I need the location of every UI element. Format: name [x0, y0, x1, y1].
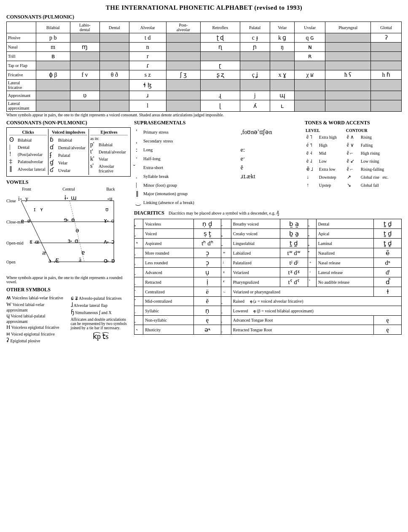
- other-sym-item: ɥ Voiced labial-palatal approximant: [6, 312, 67, 324]
- other-sym-item: W Voiced labial-velar approximant: [6, 301, 67, 312]
- tone-contour-sym: ↗: [346, 174, 359, 181]
- vowel-turned-a: ɐ: [81, 250, 85, 256]
- diac-sym: ˤ: [221, 277, 231, 287]
- vowel-schwa: ə: [75, 227, 79, 234]
- vowel-dot7: •: [31, 240, 32, 245]
- suprasegmentals-box: SUPRASEGMENTALS ˈ Primary stress ˌfoʊnəˈ…: [134, 120, 301, 207]
- supraseg-title: SUPRASEGMENTALS: [134, 120, 301, 126]
- cell: ɰ: [270, 91, 295, 100]
- diac-label: More rounded: [143, 248, 193, 258]
- tone-contour-label: Low rising: [360, 158, 401, 165]
- other-sym-item2: ɕ ʑ Alveolo-palatal fricatives: [71, 295, 131, 301]
- diac-sym: ʲ: [221, 258, 231, 268]
- other-ipa: H: [6, 324, 10, 330]
- vowel-oe2: œ: [35, 239, 39, 245]
- supraseg-row: ˑ Half-long eˑ: [135, 155, 301, 163]
- other-sym-item2: ɺ Alveolar lateral flap: [71, 302, 131, 309]
- cell-shaded: [325, 91, 371, 100]
- click-item: ! (Post)alveolar: [9, 151, 47, 158]
- vowel-dot3: •: [107, 197, 109, 202]
- diac-ipa: ę: [374, 316, 402, 325]
- diac-ipa: ɔ̜: [193, 258, 221, 268]
- supraseg-sym: ˈ: [135, 128, 142, 136]
- diac-label: Aspirated: [143, 239, 193, 248]
- tone-level-label: Downstep: [318, 174, 345, 181]
- diac-label: Laminal: [316, 239, 374, 248]
- other-ipa: ɥ: [6, 312, 10, 319]
- diac-row: ʰ Aspirated tʰ dʰ ̼ Linguolabial t̼ d̼ ̻…: [134, 239, 402, 248]
- tones-row: ē ˧ Mid ě ⌐ High rising: [306, 150, 401, 157]
- cell-shaded: [166, 100, 201, 112]
- cell: s z: [129, 70, 166, 80]
- tones-row: ê ˥ Extra high ě ∧ Rising: [306, 134, 401, 141]
- cell: θ ð: [99, 70, 129, 80]
- other-sym-item2: ɧ Simultaneous ʃ and X: [71, 309, 131, 316]
- cell-shaded: [36, 61, 70, 70]
- implosive-ipa: ɗ: [50, 144, 56, 151]
- diac-ipa: t̻ d̻: [374, 239, 402, 248]
- vowel-turned-script-a: ɒ: [111, 258, 115, 264]
- cell: ɱ: [70, 43, 99, 52]
- supraseg-sym: ˌ: [135, 137, 142, 145]
- ejective-ipa: p': [90, 141, 97, 148]
- cell-shaded: [166, 61, 201, 70]
- diacritics-title: DIACRITICS: [134, 210, 164, 216]
- tone-level-sym: ↑: [306, 182, 317, 189]
- click-ipa: ʘ: [9, 136, 16, 143]
- cell-shaded: [166, 43, 201, 52]
- voiced-implosives-header: Voiced implosives: [50, 130, 87, 135]
- diac-ipa: ɫ: [374, 287, 402, 297]
- ejective-label: Velar: [99, 157, 108, 161]
- diac-sym: ̞: [221, 306, 231, 316]
- supraseg-example: ˌfoʊnəˈtɪʃən: [240, 128, 301, 136]
- vowel-ram: ɤ: [104, 218, 107, 224]
- ejectives-header: Ejectives: [90, 130, 128, 135]
- cell: t d: [129, 33, 166, 43]
- other-ipa: W: [6, 301, 11, 307]
- tone-level-sym: è ˨: [306, 158, 317, 165]
- tone-contour-sym: ↘: [346, 182, 359, 189]
- supraseg-sym: ː: [135, 146, 142, 154]
- row-lateral-fricative: Lateralfricative: [7, 80, 36, 91]
- ejective-item: s' Alveolar fricative: [90, 163, 128, 173]
- implosive-ipa: ʛ: [50, 167, 56, 174]
- row-approximant: Approximant: [7, 91, 36, 100]
- diac-label: Rhoticity: [143, 325, 193, 335]
- implosive-item: ʄ Palatal: [50, 151, 87, 159]
- diac-label: Retracted: [143, 277, 193, 287]
- click-ipa: !: [9, 151, 16, 158]
- diac-row: ̹ More rounded ɔ̹ ʷ Labialized tʷ dʷ ̃ N…: [134, 248, 402, 258]
- non-pulmonic-inner: Clicks ʘ Bilabial | Dental ! (Post)alveo…: [8, 129, 129, 175]
- implosive-item: ɗ Dental/alveolar: [50, 144, 87, 151]
- click-label: Alveolar lateral: [18, 167, 46, 172]
- tone-level-sym: ȅ ˩: [306, 166, 317, 173]
- vowel-I: ɪ: [34, 207, 35, 212]
- cell-shaded: [99, 91, 129, 100]
- supraseg-label: Secondary stress: [142, 137, 239, 145]
- implosive-item: ʛ Uvular: [50, 167, 87, 174]
- diac-row: ̠ Retracted ị ˤ Pharyngealized tˤ dˤ ̚ N…: [134, 277, 402, 287]
- table-row: Plosive p b t d ʈ ɖ c ɟ k ɡ q ɢ ʔ: [7, 33, 402, 43]
- click-item: ‡ Palatoalveolar: [9, 158, 47, 165]
- diac-label: Voiced: [143, 229, 193, 239]
- supraseg-row: ː Long eː: [135, 146, 301, 154]
- tone-contour-sym: ě ∧: [346, 134, 359, 141]
- supraseg-row: ˈ Primary stress ˌfoʊnəˈtɪʃən: [135, 128, 301, 136]
- diac-row: ̥ Voiceless ṇ d̥ ̤ Breathy voiced b̤ a̤ …: [134, 219, 402, 229]
- cell-shaded: [70, 80, 99, 91]
- diac-label: Breathy voiced: [231, 219, 280, 229]
- diac-sym: ~: [221, 287, 231, 297]
- cell-shaded: [99, 52, 129, 61]
- supraseg-example: [240, 137, 301, 145]
- implosive-item: ɓ Bilabial: [50, 136, 87, 143]
- vowel-wedge: ʌ: [104, 239, 107, 245]
- clicks-col: Clicks ʘ Bilabial | Dental ! (Post)alveo…: [8, 129, 48, 175]
- diacritics-table: ̥ Voiceless ṇ d̥ ̤ Breathy voiced b̤ a̤ …: [134, 219, 402, 335]
- diac-label: Advanced Tongue Root: [231, 316, 374, 325]
- table-row: Lateralfricative ɬ ɮ: [7, 80, 402, 91]
- tones-row: ȅ ˩ Extra low ě ⌐ Rising-falling: [306, 166, 401, 173]
- supraseg-label: Syllable break: [142, 172, 239, 180]
- other-sym-item: ʜ Voiced epiglottal fricative: [6, 330, 67, 337]
- vowel-eps-rev: ɜ: [67, 238, 70, 244]
- diac-label: Non-syllabic: [143, 316, 193, 325]
